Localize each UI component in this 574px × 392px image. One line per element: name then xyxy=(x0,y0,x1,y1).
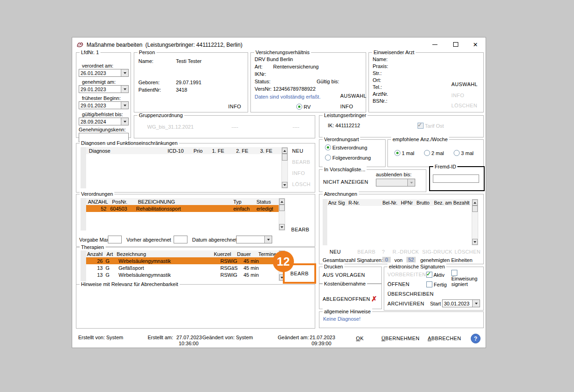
maximize-icon xyxy=(453,42,458,47)
versicherung-auswahl-button[interactable]: AUSWAHL xyxy=(340,93,367,99)
diagnosen-neu-button[interactable]: NEU xyxy=(292,148,303,154)
column-header: 2. FE xyxy=(236,148,260,154)
maximize-button[interactable] xyxy=(449,40,462,49)
nicht-anzeigen-button[interactable]: NICHT ANZEIGEN xyxy=(323,179,368,185)
hinweise-group-title: Hinweise mit Relevanz für Abrechenbarkei… xyxy=(80,281,180,287)
folgeverordnung-radio[interactable]: Folgeverordnung xyxy=(325,155,371,161)
erstellt-am-date: 27.07.2023 xyxy=(176,335,202,340)
hinweise-group: Hinweise mit Relevanz für Abrechenbarkei… xyxy=(76,284,315,329)
vorschlagliste-group-title: In Vorschlagliste... xyxy=(323,167,367,173)
diagnosen-group-title: Diagnosen und Funktionseinschränkungen xyxy=(80,140,179,146)
signaturen-label: Gesamtanzahl Signaturen: xyxy=(323,257,383,263)
close-button[interactable]: ✕ xyxy=(469,40,481,49)
verordnungen-header-row: ANZAHL PosNr. BEZEICHNUNG Typ Status xyxy=(86,198,279,205)
fertig-label: Fertig xyxy=(434,282,447,287)
scrollbar-thumb[interactable] xyxy=(279,205,285,211)
gueltig-befristet-dropdown-button[interactable] xyxy=(121,118,128,125)
person-geboren-value: 29.07.1991 xyxy=(176,80,201,85)
diagnosen-scrollbar[interactable] xyxy=(281,147,288,188)
column-header: Brutto xyxy=(417,200,434,205)
versicherung-versnr-value: 123456789788922 xyxy=(273,86,316,92)
row-gutter xyxy=(81,147,86,188)
help-button[interactable]: ? xyxy=(471,334,480,343)
versicherung-info-button[interactable]: INFO xyxy=(340,104,353,109)
person-patientnr-label: PatientNr: xyxy=(138,87,161,93)
archivieren-button[interactable]: ARCHIVIEREN xyxy=(387,301,424,306)
fremdid-input[interactable] xyxy=(433,174,479,183)
oeffnen-button[interactable]: ÖFFNEN xyxy=(387,281,410,287)
scroll-up-button[interactable] xyxy=(279,199,285,205)
leistungserbringer-group: Leistungserbringer IK: 441112212 ✓ Tarif… xyxy=(319,115,484,137)
abrechnungen-header-row: Anz Sig R-Nr. Bel-Nr. HPNr Brutto Bez. a… xyxy=(327,199,471,206)
start-date-dropdown-button[interactable] xyxy=(472,300,480,307)
start-date-value: 30.01.2023 xyxy=(443,300,472,307)
erstverordnung-label: Erstverordnung xyxy=(332,145,367,150)
vorgabe-max-label: Vorgabe Max xyxy=(79,237,109,243)
aus-vorlagen-button[interactable]: AUS VORLAGEN xyxy=(323,272,365,278)
scroll-down-button[interactable] xyxy=(282,182,287,188)
fruehester-beginn-date-combo[interactable]: 29.01.2023 xyxy=(79,101,129,109)
genehmigt-am-date-combo[interactable]: 29.01.2023 xyxy=(79,85,129,93)
verordnungen-bearb-button[interactable]: BEARB xyxy=(291,227,309,232)
anzwoche-2mal-radio[interactable]: 2 mal xyxy=(424,150,444,156)
abbrechen-button[interactable]: ABBRECHEN xyxy=(428,336,461,341)
verordnet-am-date-combo[interactable]: 26.01.2023 xyxy=(79,69,129,77)
datum-abgerechnet-dropdown-button[interactable] xyxy=(264,236,272,243)
cell-kuerzel: RSWiG xyxy=(220,258,243,264)
offnen-button[interactable]: OFFNEN xyxy=(348,296,370,302)
ablegen-button[interactable]: ABLEGEN xyxy=(323,296,348,302)
checkbox-icon xyxy=(451,270,457,276)
radio-icon xyxy=(325,155,331,161)
scroll-up-button[interactable] xyxy=(282,148,287,154)
therapien-row[interactable]: 13 G Wirbelsäulengymnastik RSWiG 45 min xyxy=(86,271,279,278)
start-label: Start xyxy=(430,301,441,306)
geaendert-am-label: Geändert am: xyxy=(278,335,309,340)
window-subtitle: (Leistungserbringer: 441112212, Berlin) xyxy=(145,42,243,48)
gueltig-befristet-date-combo[interactable]: 28.09.2024 xyxy=(79,118,129,125)
vorher-abgerechnet-input[interactable] xyxy=(174,236,187,243)
rv-radio[interactable]: RV xyxy=(296,104,311,110)
anzwoche-3mal-radio[interactable]: 3 mal xyxy=(454,150,474,156)
fertig-checkbox[interactable]: Fertig xyxy=(426,281,447,287)
kostenuebernahme-group: Kostenübernahme ABLEGEN OFFNEN ✗ xyxy=(319,284,382,309)
minimize-button[interactable] xyxy=(429,40,441,49)
von-label: von xyxy=(394,257,403,263)
ok-button[interactable]: OK xyxy=(356,336,364,341)
verordnet-am-dropdown-button[interactable] xyxy=(121,69,128,76)
diagnosen-header-row: Diagnose ICD-10 Prio 1. FE 2. FE 3. FE xyxy=(86,147,281,154)
abrechnungen-table: Anz Sig R-Nr. Bel-Nr. HPNr Brutto Bez. a… xyxy=(327,199,471,206)
column-header: HPNr xyxy=(401,200,417,205)
therapien-row[interactable]: 13 G Gefäßsport RSGäS 45 min xyxy=(86,264,279,271)
scroll-up-button[interactable] xyxy=(472,199,478,205)
abrechnungen-scrollbar[interactable] xyxy=(472,199,478,245)
scrollbar-thumb[interactable] xyxy=(282,154,287,161)
verordnungsart-group: Verordnungsart Erstverordnung Folgeveror… xyxy=(319,139,386,167)
abrechnungen-neu-button[interactable]: NEU xyxy=(330,249,341,255)
datum-abgerechnet-combo[interactable] xyxy=(236,236,272,243)
cell-dauer: 45 min xyxy=(243,258,265,264)
anzwoche-1mal-radio[interactable]: 1 mal xyxy=(394,150,414,156)
therapien-bearb-button[interactable]: BEARB xyxy=(290,271,308,276)
erstellt-am-time: 10:36:00 xyxy=(179,341,199,346)
scroll-down-button[interactable] xyxy=(472,239,478,245)
verordnet-am-label: verordnet am: xyxy=(82,63,113,68)
verordnungen-scrollbar[interactable] xyxy=(279,198,285,230)
scrollbar-thumb[interactable] xyxy=(472,205,478,212)
ueberschreiben-button[interactable]: ÜBERSCHREIBEN xyxy=(387,291,434,297)
arzt-auswahl-button[interactable]: AUSWAHL xyxy=(451,81,478,87)
arzt-info-button: INFO xyxy=(451,93,464,98)
start-date-combo[interactable]: 30.01.2023 xyxy=(442,299,480,307)
erstverordnung-radio[interactable]: Erstverordnung xyxy=(325,144,367,150)
person-info-button[interactable]: INFO xyxy=(228,104,241,109)
verordnungen-row-selected[interactable]: 52 604503 Rehabilitationssport einfach e… xyxy=(86,205,279,212)
gueltig-befristet-value: 28.09.2024 xyxy=(79,118,121,125)
genehmigt-am-dropdown-button[interactable] xyxy=(121,86,128,93)
einweisung-signiert-checkbox[interactable]: Einweisung signiert xyxy=(451,269,482,287)
scroll-down-button[interactable] xyxy=(279,224,285,230)
uebernehmen-button[interactable]: ÜBERNEHMEN xyxy=(381,336,419,341)
fruehester-beginn-dropdown-button[interactable] xyxy=(121,102,128,109)
anzwoche-group-title: empfohlene Anz./Woche xyxy=(391,137,449,143)
aktiv-checkbox[interactable]: ✓ Aktiv xyxy=(426,272,444,278)
vorgabe-max-input[interactable] xyxy=(108,236,122,243)
therapien-row-selected[interactable]: 26 G Wirbelsäulengymnastik RSWiG 45 min … xyxy=(86,257,279,264)
